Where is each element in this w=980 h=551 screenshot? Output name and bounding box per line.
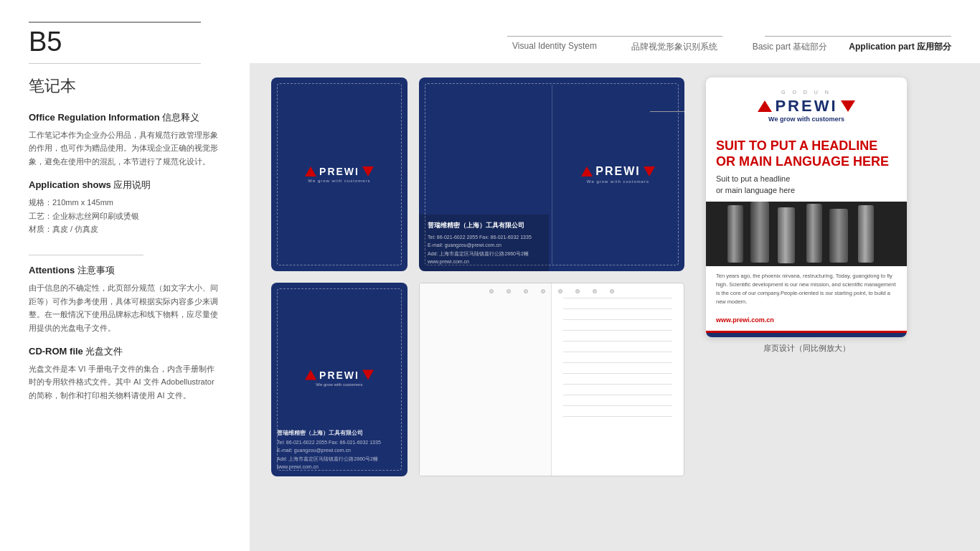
- ruled-line: [563, 373, 672, 374]
- info-body-4: 光盘文件是本 VI 手册电子文件的集合，内含手册制作时的专用软件格式文件。其中 …: [29, 362, 221, 402]
- ruled-line: [563, 298, 672, 298]
- header-right: Basic part 基础部分 Application part 应用部分: [753, 36, 951, 53]
- info-body-3: 由于信息的不确定性，此页部分规范（如文字大小、间距等）可作为参考使用，具体可根据…: [29, 281, 221, 335]
- logo-text-bl: PREWI: [319, 369, 359, 381]
- ruled-line: [563, 362, 672, 363]
- brand-initials: G O D U N: [781, 90, 831, 95]
- logo-text-nb: PREWI: [319, 166, 359, 177]
- ruled-line: [563, 405, 672, 406]
- tagline-bl: We grow with customers: [316, 382, 362, 387]
- header-top-line: [507, 36, 722, 37]
- info-section-1: Office Regulation Information 信息释义 工作笔记本…: [29, 111, 221, 169]
- logo-row: PREWI: [305, 166, 374, 177]
- logo-tri-bl-left: [305, 370, 316, 380]
- spiral-hole: [507, 289, 511, 293]
- notebook-left-page: [420, 283, 552, 476]
- ad-card-container: G O D U N PREWI We grow with customers S…: [706, 77, 907, 537]
- spiral-hole: [524, 289, 528, 293]
- application-part-label: Application part 应用部分: [849, 41, 951, 53]
- prewi-logo-small: PREWI We grow with customers: [305, 166, 374, 183]
- ad-logo-text: PREWI: [775, 97, 837, 116]
- company-add: Add: 上海市嘉定区马陆镇嘉行公路2860号2幢: [428, 250, 540, 258]
- logo-tagline-nb: We grow with customers: [308, 179, 370, 183]
- svg-rect-5: [829, 209, 848, 263]
- ad-logo-area: G O D U N PREWI We grow with customers: [758, 89, 854, 123]
- tagline-wide: We grow with customers: [587, 179, 649, 184]
- logo-triangle-right: [362, 166, 374, 176]
- notebook-right-page: [552, 283, 684, 476]
- ad-card-header: G O D U N PREWI We grow with customers: [706, 77, 907, 134]
- nb-open-info: 普瑞维精密（上海）工具有限公司 Tel: 86-021-6022 2055 Fa…: [271, 423, 407, 476]
- ad-triangle-left: [758, 100, 772, 112]
- ruled-line: [563, 416, 672, 417]
- press-mark-line: [650, 111, 684, 112]
- info-specs: 规格：210mm x 145mm 工艺：企业标志丝网印刷或烫银 材质：真皮 / …: [29, 196, 221, 236]
- section-title: 笔记本: [29, 75, 221, 97]
- logo-tri-bl-right: [362, 370, 374, 380]
- short-divider: [29, 255, 143, 255]
- info-title-4: CD-ROM file 光盘文件: [29, 345, 221, 358]
- ad-bottom-bar: [706, 333, 907, 337]
- header-right-line: [765, 36, 951, 37]
- info-title-1: Office Regulation Information 信息释义: [29, 111, 221, 124]
- ad-triangle-right: [841, 100, 855, 112]
- basic-part-label: Basic part 基础部分: [753, 41, 828, 53]
- main-content: PREWI We grow with customers: [250, 63, 980, 551]
- ruled-line: [563, 341, 672, 342]
- svg-rect-3: [778, 207, 795, 263]
- ad-caption: 扉页设计（同比例放大）: [706, 343, 907, 354]
- notebook-cover-small: PREWI We grow with customers: [271, 77, 407, 271]
- notebook-cover-bottom-left: PREWI We grow with customers 普瑞维精密（上海）工具…: [271, 283, 407, 476]
- info-section-4: CD-ROM file 光盘文件 光盘文件是本 VI 手册电子文件的集合，内含手…: [29, 345, 221, 402]
- logo-text-wide: PREWI: [595, 165, 640, 178]
- company-web: www.prewi.com.cn: [428, 258, 540, 265]
- page-id: B5: [29, 27, 221, 57]
- spiral-hole: [593, 289, 597, 293]
- notebook-open: [419, 283, 684, 476]
- info-title-2: Application shows 应用说明: [29, 179, 221, 192]
- ad-image: [706, 202, 907, 266]
- spiral-holes: [489, 289, 614, 293]
- spiral-hole: [541, 289, 545, 293]
- ad-subheadline: Suit to put a headline or main language …: [706, 169, 907, 202]
- bl-web: www.prewi.com.cn: [277, 463, 402, 471]
- ad-logo-main-row: PREWI: [758, 97, 854, 116]
- info-body-1: 工作笔记本作为企业办公用品，具有规范行政管理形象的作用，也可作为赠品使用。为体现…: [29, 128, 221, 169]
- top-decorative-line: [29, 22, 201, 23]
- bl-email: E-mail: guangzou@prewi.com.cn: [277, 446, 402, 454]
- prewi-logo-wide: PREWI We grow with customers: [581, 165, 654, 184]
- ruled-line: [563, 319, 672, 320]
- company-email: E-mail: guangzou@prewi.com.cn: [428, 241, 540, 249]
- ruled-line: [563, 395, 672, 395]
- spiral-hole: [558, 289, 562, 293]
- ad-tagline: We grow with customers: [768, 116, 844, 123]
- info-title-3: Attentions 注意事项: [29, 264, 221, 277]
- header-center: Visual Identity System 品牌视觉形象识别系统: [507, 36, 722, 53]
- ad-card: G O D U N PREWI We grow with customers S…: [706, 77, 907, 337]
- ad-body-text: Ten years ago, the phoenix nirvana, rest…: [706, 266, 907, 312]
- logo-tri-right-wide: [644, 166, 655, 176]
- divider-line: [29, 63, 201, 64]
- ad-url: www.prewi.com.cn: [716, 316, 897, 324]
- ad-footer: www.prewi.com.cn: [706, 312, 907, 331]
- left-panel: B5 笔记本 Office Regulation Information 信息释…: [0, 0, 250, 551]
- logo-row-wide: PREWI: [581, 165, 654, 178]
- header-right-labels: Basic part 基础部分 Application part 应用部分: [753, 41, 951, 53]
- logo-row-bl: PREWI: [305, 369, 374, 381]
- svg-rect-2: [750, 202, 769, 263]
- ruled-line: [563, 330, 672, 331]
- right-panel: Visual Identity System 品牌视觉形象识别系统 Basic …: [250, 0, 980, 551]
- ad-brand-row: G O D U N: [781, 89, 831, 95]
- company-tel: Tel: 86-021-6022 2055 Fax: 86-021-6032 1…: [428, 233, 540, 241]
- nb-contact-info: 普瑞维精密（上海）工具有限公司 Tel: 86-021-6022 2055 Fa…: [419, 215, 549, 271]
- bl-add: Add: 上海市嘉定区马陆镇嘉行公路2860号2幢: [277, 455, 402, 463]
- header-titles: Visual Identity System 品牌视觉形象识别系统: [512, 41, 717, 53]
- logo-tri-left-wide: [581, 166, 593, 176]
- company-name: 普瑞维精密（上海）工具有限公司: [428, 220, 540, 230]
- info-section-3: Attentions 注意事项 由于信息的不确定性，此页部分规范（如文字大小、间…: [29, 264, 221, 335]
- spiral-hole: [489, 289, 494, 293]
- svg-rect-1: [727, 205, 743, 263]
- ruled-line: [563, 352, 672, 352]
- notebook-cover-wide: PREWI We grow with customers 普瑞维精密（上海）工具…: [419, 77, 684, 271]
- notebook-grid: PREWI We grow with customers: [271, 77, 684, 537]
